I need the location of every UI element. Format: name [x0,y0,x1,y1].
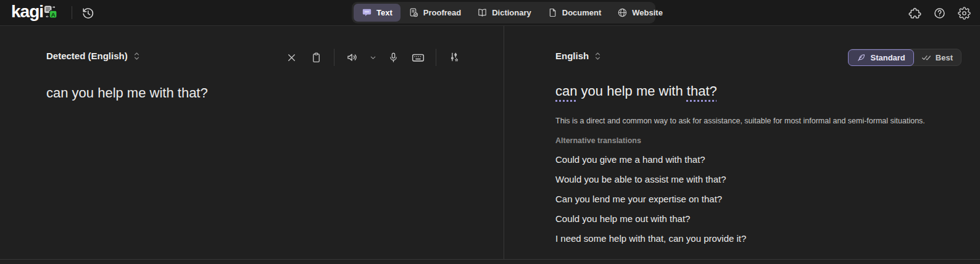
svg-text:A: A [51,11,56,18]
double-check-icon [921,52,931,62]
tab-label: Website [632,8,663,17]
tab-website[interactable]: Website [609,4,671,22]
proofread-check-icon [409,7,419,18]
translated-text: you help me with [577,83,686,99]
alternative-item[interactable]: Could you give me a hand with that? [555,149,746,169]
preferences-button[interactable] [442,49,467,66]
voice-options-button[interactable] [365,49,381,66]
translation-explanation: This is a direct and common way to ask f… [555,117,925,125]
mode-label: Standard [870,53,905,62]
target-language-select[interactable]: English [555,51,602,61]
mode-best-button[interactable]: Best [913,49,961,65]
settings-gear-icon [958,7,971,20]
quill-icon [857,53,866,62]
history-button[interactable] [80,5,96,21]
source-toolbar [279,49,467,66]
listen-button[interactable] [340,49,365,66]
translated-word[interactable]: that? [687,83,717,99]
topbar-divider [72,6,72,19]
mode-standard-button[interactable]: Standard [848,49,913,66]
microphone-icon [388,52,399,64]
tab-label: Dictionary [492,8,531,17]
tab-text[interactable]: Text [354,4,401,22]
source-panel: Detected (English) [0,26,504,259]
tab-label: Proofread [423,8,461,17]
alternative-item[interactable]: Would you be able to assist me with that… [555,169,746,189]
alternative-item[interactable]: Can you lend me your expertise on that? [555,189,746,208]
toolbar-divider [334,49,334,66]
preferences-sliders-star-icon [448,51,460,64]
kagi-logo[interactable]: kagi [11,2,43,22]
alternatives-list: Could you give me a hand with that? Woul… [555,149,746,248]
target-panel: English Standard [505,26,980,259]
tab-proofread[interactable]: Proofread [401,4,469,22]
virtual-keyboard-button[interactable] [405,49,430,66]
alternatives-title: Alternative translations [555,136,641,145]
tab-dictionary[interactable]: Dictionary [469,4,539,22]
alternative-item[interactable]: I need some help with that, can you prov… [555,228,746,248]
mode-label: Best [936,53,953,62]
clear-icon [286,52,297,64]
quality-mode-switch: Standard Best [848,49,961,66]
translated-word[interactable]: can [555,83,577,99]
tab-label: Document [562,8,602,17]
dictate-button[interactable] [381,49,405,66]
paste-icon [310,52,322,64]
tab-label: Text [376,8,392,17]
content-bottom-border [0,259,980,260]
book-icon [477,7,488,18]
globe-icon [617,7,628,18]
toolbar-divider [436,49,436,66]
history-icon [81,6,94,20]
speech-bubble-icon [362,7,372,18]
translation-output: can you help me with that? [555,83,717,99]
settings-button[interactable] [958,7,971,20]
source-language-label: Detected (English) [46,51,128,61]
file-icon [547,7,558,18]
chevron-updown-icon [133,51,141,61]
clear-button[interactable] [279,49,304,66]
source-language-select[interactable]: Detected (English) [46,51,141,61]
extension-button[interactable] [908,7,921,20]
speaker-icon [346,51,359,64]
keyboard-icon [411,51,425,65]
source-text-input[interactable]: can you help me with that? [46,85,208,101]
paste-button[interactable] [304,49,328,66]
extension-puzzle-icon [908,7,921,20]
topbar-right-actions [908,0,971,26]
target-language-label: English [555,51,589,61]
chevron-down-icon [369,54,377,62]
help-button[interactable] [933,7,946,20]
chevron-updown-icon [594,51,602,61]
topbar: kagi A [0,0,980,26]
help-icon [933,7,946,20]
alternative-item[interactable]: Could you help me out with that? [555,208,746,228]
tab-document[interactable]: Document [539,4,610,22]
translate-badge-icon: A [44,5,57,19]
mode-tabbar: Text Proofread Dictionary [352,2,655,23]
